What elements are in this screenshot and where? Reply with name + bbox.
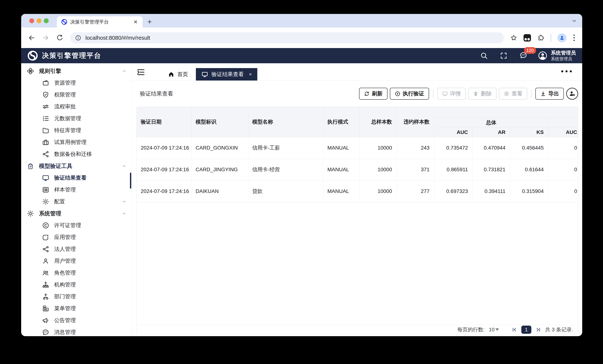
run-validation-button[interactable]: 执行验证	[390, 88, 429, 100]
col-header-model-id[interactable]: 模型标识	[191, 107, 248, 137]
table-row[interactable]: 2024-07-09 17:24:16 CARD_GONGXIN 信用卡-工薪 …	[137, 137, 578, 159]
col-header-auc2[interactable]: AUC	[548, 128, 578, 137]
play-circle-icon	[395, 91, 400, 97]
reload-button[interactable]	[56, 34, 63, 42]
sidebar-item-application[interactable]: 应用管理	[21, 231, 131, 243]
sidebar-item-organization[interactable]: 机构管理	[21, 279, 131, 291]
page-title: 验证结果查看	[140, 90, 173, 98]
collapse-sidebar-icon[interactable]	[137, 68, 145, 77]
cell-auc2: 0	[548, 180, 578, 202]
sidebar-item-department[interactable]: 部门管理	[21, 291, 131, 303]
table-scroll-area[interactable]: 验证日期 模型标识 模型名称 执行模式 总样本数 违约样本数 总体	[137, 107, 578, 202]
sidebar-item-menu-management[interactable]: 菜单管理	[21, 303, 131, 315]
toolbar-divider	[551, 34, 551, 42]
users-icon	[42, 269, 49, 277]
refresh-button[interactable]: 刷新	[359, 88, 387, 100]
user-avatar-icon[interactable]	[538, 51, 547, 60]
cell-default: 277	[396, 180, 434, 202]
sidebar-item-feature-library[interactable]: 特征库管理	[21, 125, 131, 136]
total-records-label: 共 3 条记录.	[545, 326, 573, 333]
traffic-lights	[29, 18, 49, 23]
new-tab-button[interactable]: +	[147, 18, 152, 26]
sidebar-item-trial-case[interactable]: 试算用例管理	[21, 136, 131, 148]
url-text[interactable]: localhost:8080/#/mv/result	[85, 35, 150, 41]
first-page-icon[interactable]	[512, 327, 517, 332]
col-header-total-samples[interactable]: 总样本数	[359, 107, 396, 137]
browser-menu-icon[interactable]	[573, 34, 576, 41]
cell-model-id: CARD_JINGYING	[191, 159, 248, 180]
sidebar-item-resource[interactable]: 资源管理	[21, 77, 131, 89]
sidebar-item-user-management[interactable]: 用户管理	[21, 255, 131, 267]
sidebar-label: 资源管理	[54, 79, 127, 87]
cell-total: 10000	[359, 159, 396, 180]
col-header-ks[interactable]: KS	[510, 128, 548, 137]
chevron-up-icon[interactable]	[122, 211, 127, 216]
view-button[interactable]: 查看	[499, 88, 527, 100]
col-header-ar[interactable]: AR	[473, 128, 510, 137]
back-button[interactable]	[28, 34, 35, 42]
user-info[interactable]: 系统管理员 系统管理员	[551, 50, 576, 62]
tab-close-icon[interactable]: ×	[249, 71, 252, 77]
cell-auc: 0.735472	[434, 137, 473, 159]
more-tabs-icon[interactable]	[561, 70, 572, 72]
table-row[interactable]: 2024-07-09 17:24:16 DAIKUAN 贷款 MANUAL 10…	[137, 180, 578, 202]
chevron-up-icon[interactable]	[122, 164, 127, 169]
sidebar-item-permission[interactable]: 权限管理	[21, 89, 131, 101]
tab-close-icon[interactable]: ✕	[132, 19, 139, 25]
fullscreen-icon[interactable]	[499, 52, 508, 60]
sidebar-item-validation-results[interactable]: 验证结果查看	[21, 172, 131, 184]
sidebar-item-announcement[interactable]: 公告管理	[21, 315, 131, 326]
table-row[interactable]: 2024-07-09 17:24:16 CARD_JINGYING 信用卡-经营…	[137, 159, 578, 180]
current-page-button[interactable]: 1	[521, 326, 531, 334]
sidebar-section-rule-engine[interactable]: 规则引擎	[21, 65, 131, 77]
sidebar-section-model-validation[interactable]: 模型验证工具	[21, 160, 131, 172]
forward-button[interactable]	[42, 34, 49, 42]
sidebar-section-system[interactable]: 系统管理	[21, 208, 131, 219]
sidebar-item-workflow[interactable]: 流程审批	[21, 101, 131, 113]
sidebar-item-legal-entity[interactable]: 法人管理	[21, 243, 131, 255]
col-header-mode[interactable]: 执行模式	[323, 107, 359, 137]
adblock-extension-icon[interactable]	[523, 34, 531, 42]
sidebar-item-message-management[interactable]: 消息管理	[21, 326, 131, 336]
sidebar-item-config[interactable]: 配置	[21, 196, 131, 208]
bookmark-star-icon[interactable]	[510, 34, 517, 41]
browser-profile-avatar[interactable]	[557, 34, 567, 42]
sidebar-scrollbar-thumb[interactable]	[130, 173, 131, 189]
minimize-window-button[interactable]	[36, 18, 41, 23]
col-header-default-samples[interactable]: 违约样本数	[396, 107, 434, 137]
tab-validation-results[interactable]: 验证结果查看 ×	[196, 68, 257, 80]
last-page-icon[interactable]	[535, 327, 541, 332]
sidebar-item-sample-management[interactable]: 样本管理	[21, 184, 131, 196]
refresh-icon	[364, 91, 370, 97]
rows-per-page-select[interactable]: 10	[489, 327, 499, 333]
cell-ks: 0.61644	[510, 159, 548, 180]
export-button[interactable]: 导出	[535, 88, 564, 100]
col-header-auc[interactable]: AUC	[434, 128, 473, 137]
detail-button[interactable]: 详情	[437, 88, 466, 100]
tab-search-chevron-icon[interactable]	[571, 18, 577, 23]
cell-auc2: 0	[548, 159, 578, 180]
sidebar-item-backup-migration[interactable]: 数据备份和迁移	[21, 148, 131, 160]
close-window-button[interactable]	[29, 18, 34, 23]
monitor-icon	[442, 91, 448, 97]
extensions-puzzle-icon[interactable]	[537, 34, 544, 41]
column-settings-button[interactable]	[566, 88, 578, 100]
chevron-up-icon[interactable]	[122, 69, 127, 73]
address-bar[interactable]: localhost:8080/#/mv/result	[70, 32, 504, 43]
zoom-window-button[interactable]	[44, 18, 49, 23]
chevron-down-icon[interactable]	[122, 199, 127, 204]
sidebar-item-role-management[interactable]: 角色管理	[21, 267, 131, 279]
browser-tab[interactable]: 决策引擎管理平台 ✕	[57, 16, 143, 27]
tab-home[interactable]: 首页	[163, 68, 193, 80]
col-header-model-name[interactable]: 模型名称	[248, 107, 323, 137]
search-icon[interactable]	[480, 52, 488, 60]
tab-active-label: 验证结果查看	[211, 71, 244, 78]
cluster-icon	[27, 67, 34, 75]
sidebar-item-metadata[interactable]: 123 元数据管理	[21, 113, 131, 125]
sidebar-item-license[interactable]: 许可证管理	[21, 219, 131, 231]
messages-button[interactable]: 120	[519, 51, 527, 60]
delete-button[interactable]: 删除	[468, 88, 497, 100]
shield-check-icon	[42, 91, 49, 99]
col-header-date[interactable]: 验证日期	[137, 107, 191, 137]
site-info-icon[interactable]	[75, 35, 81, 41]
